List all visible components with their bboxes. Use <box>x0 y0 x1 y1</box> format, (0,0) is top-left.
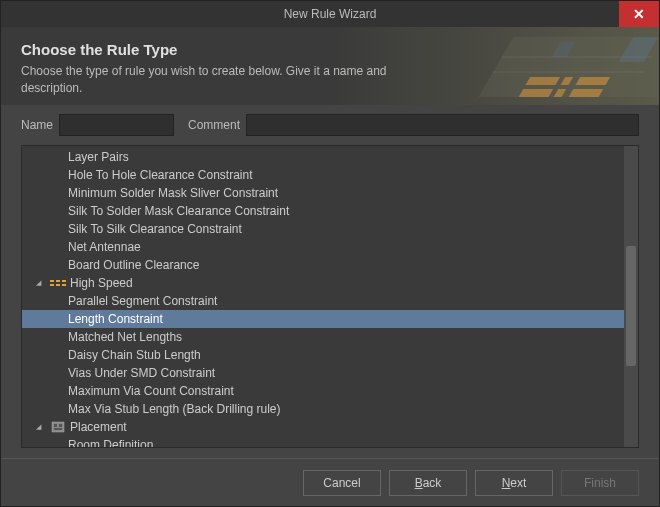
tree-rule-item[interactable]: Daisy Chain Stub Length <box>22 346 624 364</box>
page-title: Choose the Rule Type <box>21 41 639 58</box>
wizard-dialog: New Rule Wizard ✕ Choose the Rule Type C… <box>0 0 660 507</box>
category-label: Placement <box>70 420 127 434</box>
rule-label: Silk To Silk Clearance Constraint <box>68 222 242 236</box>
rule-label: Hole To Hole Clearance Constraint <box>68 168 253 182</box>
tree-rule-item[interactable]: Matched Net Lengths <box>22 328 624 346</box>
close-button[interactable]: ✕ <box>619 1 659 27</box>
svg-rect-5 <box>554 89 567 97</box>
scroll-thumb[interactable] <box>626 246 636 366</box>
svg-rect-13 <box>62 280 66 282</box>
svg-rect-16 <box>62 284 66 286</box>
tree-rule-item[interactable]: Minimum Solder Mask Sliver Constraint <box>22 184 624 202</box>
cancel-button[interactable]: Cancel <box>303 470 381 496</box>
scrollbar[interactable] <box>624 146 638 447</box>
rule-label: Silk To Solder Mask Clearance Constraint <box>68 204 289 218</box>
back-button[interactable]: Back <box>389 470 467 496</box>
form-row: Name Comment <box>1 105 659 145</box>
highspeed-icon <box>50 277 66 289</box>
svg-rect-2 <box>561 77 574 85</box>
tree-rule-item[interactable]: Silk To Silk Clearance Constraint <box>22 220 624 238</box>
rule-label: Layer Pairs <box>68 150 129 164</box>
comment-label: Comment <box>188 118 240 132</box>
svg-rect-1 <box>526 77 561 85</box>
rule-label: Parallel Segment Constraint <box>68 294 217 308</box>
header-graphic <box>419 27 659 105</box>
chevron-down-icon[interactable]: ◢ <box>36 423 46 431</box>
tree-rule-item[interactable]: Maximum Via Count Constraint <box>22 382 624 400</box>
comment-input[interactable] <box>246 114 639 136</box>
rule-label: Room Definition <box>68 438 153 448</box>
close-icon: ✕ <box>633 6 645 22</box>
page-description: Choose the type of rule you wish to crea… <box>21 63 421 97</box>
tree-rule-item[interactable]: Length Constraint <box>22 310 624 328</box>
tree-rule-item[interactable]: Hole To Hole Clearance Constraint <box>22 166 624 184</box>
rule-label: Maximum Via Count Constraint <box>68 384 234 398</box>
svg-rect-19 <box>59 424 62 427</box>
rule-label: Vias Under SMD Constraint <box>68 366 215 380</box>
rule-label: Daisy Chain Stub Length <box>68 348 201 362</box>
svg-rect-6 <box>569 89 604 97</box>
wizard-footer: Cancel Back Next Finish <box>1 458 659 506</box>
rule-label: Matched Net Lengths <box>68 330 182 344</box>
rule-type-tree[interactable]: Layer PairsHole To Hole Clearance Constr… <box>21 145 639 448</box>
chevron-down-icon[interactable]: ◢ <box>36 279 46 287</box>
tree-category[interactable]: ◢Placement <box>22 418 624 436</box>
rule-label: Minimum Solder Mask Sliver Constraint <box>68 186 278 200</box>
svg-rect-17 <box>52 422 64 432</box>
tree-rule-item[interactable]: Net Antennae <box>22 238 624 256</box>
finish-button: Finish <box>561 470 639 496</box>
rule-label: Length Constraint <box>68 312 163 326</box>
tree-rule-item[interactable]: Room Definition <box>22 436 624 448</box>
tree-rule-item[interactable]: Parallel Segment Constraint <box>22 292 624 310</box>
svg-rect-18 <box>54 424 57 427</box>
tree-rule-item[interactable]: Max Via Stub Length (Back Drilling rule) <box>22 400 624 418</box>
tree-rule-item[interactable]: Board Outline Clearance <box>22 256 624 274</box>
placement-icon <box>50 421 66 433</box>
svg-rect-20 <box>54 428 62 430</box>
svg-rect-4 <box>519 89 554 97</box>
name-label: Name <box>21 118 53 132</box>
wizard-header: Choose the Rule Type Choose the type of … <box>1 27 659 105</box>
titlebar: New Rule Wizard ✕ <box>1 1 659 27</box>
rule-label: Board Outline Clearance <box>68 258 199 272</box>
rule-label: Max Via Stub Length (Back Drilling rule) <box>68 402 281 416</box>
tree-rule-item[interactable]: Silk To Solder Mask Clearance Constraint <box>22 202 624 220</box>
tree-category[interactable]: ◢High Speed <box>22 274 624 292</box>
svg-rect-14 <box>50 284 54 286</box>
category-label: High Speed <box>70 276 133 290</box>
next-button[interactable]: Next <box>475 470 553 496</box>
name-input[interactable] <box>59 114 174 136</box>
rule-label: Net Antennae <box>68 240 141 254</box>
svg-rect-15 <box>56 284 60 286</box>
svg-rect-12 <box>56 280 60 282</box>
tree-rule-item[interactable]: Vias Under SMD Constraint <box>22 364 624 382</box>
window-title: New Rule Wizard <box>284 7 377 21</box>
svg-rect-3 <box>576 77 611 85</box>
svg-rect-11 <box>50 280 54 282</box>
tree-rule-item[interactable]: Layer Pairs <box>22 148 624 166</box>
